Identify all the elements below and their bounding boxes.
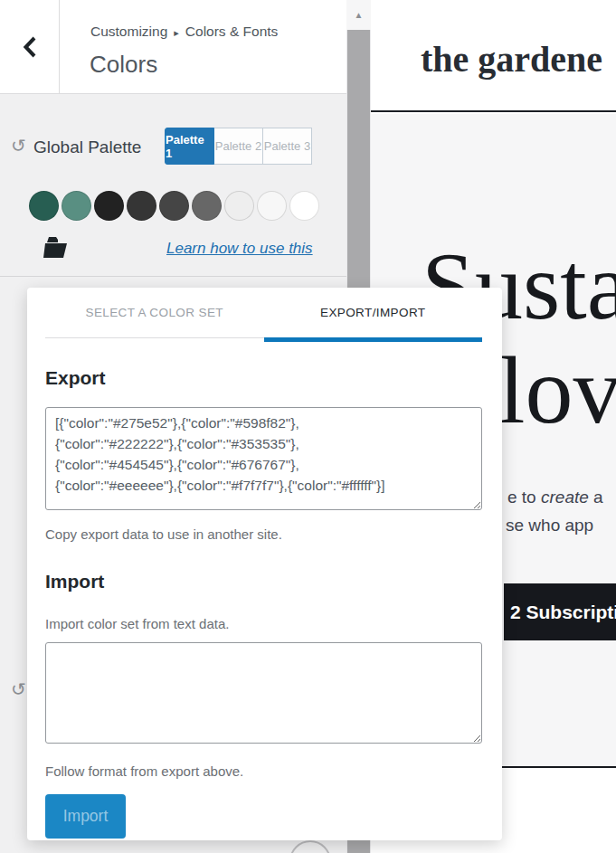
import-format-hint: Follow format from export above. — [45, 763, 482, 779]
color-swatch-2[interactable] — [62, 191, 91, 221]
import-heading: Import — [45, 571, 482, 592]
color-swatch-8[interactable] — [257, 191, 287, 221]
palette-2-button[interactable]: Palette 2 — [213, 128, 263, 165]
color-swatch-9[interactable] — [289, 191, 319, 221]
page-title: Colors — [90, 51, 157, 79]
palette-1-button[interactable]: Palette 1 — [165, 128, 214, 165]
color-swatch-5[interactable] — [159, 191, 189, 221]
color-swatch-1[interactable] — [29, 191, 59, 221]
preview-hero-paragraph-line1: e to create a — [507, 488, 603, 507]
breadcrumb-section: Colors & Fonts — [185, 24, 279, 39]
export-textarea[interactable]: [{"color":"#275e52"},{"color":"#598f82"}… — [45, 407, 482, 510]
reset-control-icon[interactable]: ↺ — [11, 680, 26, 698]
palette-3-button[interactable]: Palette 3 — [262, 128, 312, 165]
preview-hero-heading-line2: lovi — [498, 343, 616, 439]
color-swatch-7[interactable] — [224, 191, 254, 221]
section-divider — [0, 276, 371, 277]
preview-site-header: the gardene — [371, 0, 616, 112]
hero-text-em: create — [541, 488, 589, 507]
hero-text-post: a — [589, 488, 603, 507]
breadcrumb-separator-icon: ▸ — [174, 27, 179, 38]
customizer-header: Customizing▸Colors & Fonts Colors — [0, 0, 371, 94]
import-textarea[interactable] — [45, 642, 482, 744]
color-swatch-3[interactable] — [94, 191, 124, 221]
import-label: Import color set from text data. — [45, 616, 482, 631]
export-heading: Export — [45, 367, 482, 389]
export-description: Copy export data to use in another site. — [45, 526, 482, 542]
partial-circle-decoration — [289, 840, 331, 853]
color-set-modal: SELECT A COLOR SET EXPORT/IMPORT Export … — [27, 288, 502, 840]
import-button[interactable]: Import — [45, 794, 126, 839]
modal-tabs: SELECT A COLOR SET EXPORT/IMPORT — [45, 288, 482, 338]
subscription-button[interactable]: 2 Subscripti — [504, 583, 616, 640]
breadcrumb: Customizing▸Colors & Fonts — [90, 24, 278, 40]
chevron-left-icon — [23, 36, 36, 58]
tab-select-color-set[interactable]: SELECT A COLOR SET — [45, 288, 264, 337]
hero-text-pre: e to — [507, 488, 541, 507]
color-swatches-row — [29, 191, 319, 221]
back-button[interactable] — [0, 0, 60, 93]
palette-switcher: Palette 1 Palette 2 Palette 3 — [166, 128, 312, 165]
tab-export-import[interactable]: EXPORT/IMPORT — [264, 288, 483, 337]
breadcrumb-root: Customizing — [90, 24, 167, 39]
color-swatch-6[interactable] — [192, 191, 222, 221]
reset-palette-icon[interactable]: ↺ — [11, 137, 26, 155]
color-swatch-4[interactable] — [127, 191, 156, 221]
preview-site-title: the gardene — [421, 38, 602, 81]
scrollbar-up-arrow-icon[interactable]: ▲ — [346, 0, 371, 30]
folder-icon[interactable] — [42, 235, 70, 263]
learn-how-link[interactable]: Learn how to use this — [166, 240, 313, 258]
preview-hero-paragraph-line2: se who app — [506, 516, 593, 535]
global-palette-label: Global Palette — [33, 137, 141, 157]
